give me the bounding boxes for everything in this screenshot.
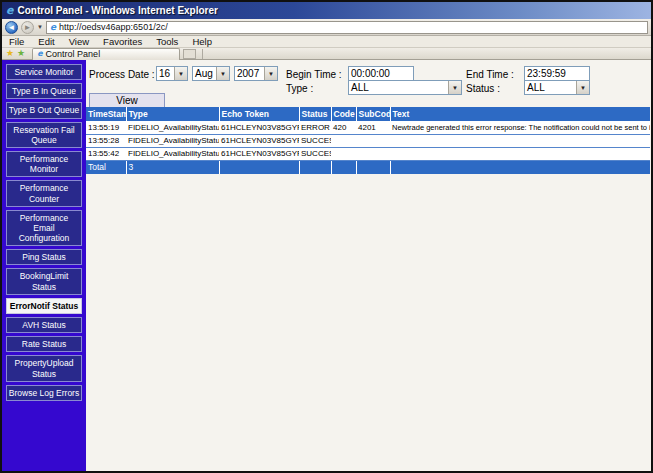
begin-time-label: Begin Time : xyxy=(286,69,342,80)
menu-file[interactable]: File xyxy=(2,36,31,47)
date-year-select[interactable]: 2007 ▼ xyxy=(234,66,278,81)
chevron-down-icon: ▼ xyxy=(174,67,187,80)
menu-view[interactable]: View xyxy=(62,36,96,47)
cell-type: FIDELIO_AvailabilityStatusRQ xyxy=(126,121,219,134)
cell-timestamp: 13:55:42 xyxy=(86,147,126,160)
cell-echo-token: 61HCLEYN03V85GYRSNOS xyxy=(219,147,299,160)
chevron-down-icon: ▼ xyxy=(216,67,229,80)
address-bar: ◄ ► ▼ e http://oedsv46app:6501/2c/ xyxy=(2,19,651,36)
cell-status: SUCCESS xyxy=(299,147,331,160)
status-label: Status : xyxy=(466,83,500,94)
cell-subcode xyxy=(356,134,390,147)
cell-echo-token: 61HCLEYN03V85GYRSNOS xyxy=(219,134,299,147)
back-icon[interactable]: ◄ xyxy=(5,21,18,34)
tab-bar: ★ ★ e Control Panel xyxy=(2,48,651,60)
col-header-type: Type xyxy=(126,107,219,121)
col-header-text: Text xyxy=(390,107,650,121)
sidebar: Service Monitor Type B In Queue Type B O… xyxy=(2,60,86,471)
tab-favicon: e xyxy=(37,50,42,58)
col-header-timestamp: TimeStamp xyxy=(86,107,126,121)
cell-type: FIDELIO_AvailabilityStatusRQ xyxy=(126,134,219,147)
end-time-input[interactable]: 23:59:59 xyxy=(524,66,590,81)
sidebar-item-performance-monitor[interactable]: Performance Monitor xyxy=(6,151,82,177)
sidebar-item-performance-counter[interactable]: Performance Counter xyxy=(6,180,82,206)
tab-label: Control Panel xyxy=(46,49,101,59)
menu-tools[interactable]: Tools xyxy=(149,36,185,47)
cell-text xyxy=(390,134,650,147)
cell-text xyxy=(390,147,650,160)
cell-code xyxy=(331,134,356,147)
col-header-status: Status xyxy=(299,107,331,121)
menu-edit[interactable]: Edit xyxy=(31,36,61,47)
sidebar-item-errornotif-status[interactable]: ErrorNotif Status xyxy=(6,298,82,314)
cell-status: ERROR xyxy=(299,121,331,134)
chevron-down-icon: ▼ xyxy=(576,81,589,94)
table-row: 13:55:19 FIDELIO_AvailabilityStatusRQ 61… xyxy=(86,121,650,134)
total-label: Total xyxy=(86,160,126,174)
total-value: 3 xyxy=(126,160,219,174)
browser-window: e Control Panel - Windows Internet Explo… xyxy=(0,0,653,473)
sidebar-item-performance-email-configuration[interactable]: Performance Email Configuration xyxy=(6,210,82,247)
url-input[interactable]: e http://oedsv46app:6501/2c/ xyxy=(46,21,648,34)
type-label: Type : xyxy=(286,83,313,94)
col-header-echo-token: Echo Token xyxy=(219,107,299,121)
tab-control-panel[interactable]: e Control Panel xyxy=(32,48,180,60)
cell-code xyxy=(331,147,356,160)
sidebar-item-avh-status[interactable]: AVH Status xyxy=(6,317,82,333)
type-select[interactable]: ALL ▼ xyxy=(348,80,462,95)
col-header-subcode: SubCode xyxy=(356,107,390,121)
sidebar-item-service-monitor[interactable]: Service Monitor xyxy=(6,64,82,80)
main-panel: Process Date : 16 ▼ Aug ▼ 2007 ▼ Begin T… xyxy=(86,60,651,471)
add-favorite-icon[interactable]: ★ xyxy=(17,49,25,58)
cell-type: FIDELIO_AvailabilityStatusRQ xyxy=(126,147,219,160)
menu-favorites[interactable]: Favorites xyxy=(96,36,149,47)
sidebar-item-propertyupload-status[interactable]: PropertyUpload Status xyxy=(6,355,82,381)
new-tab-stub[interactable] xyxy=(183,49,196,59)
url-text: http://oedsv46app:6501/2c/ xyxy=(59,22,168,32)
table-header-row: TimeStamp Type Echo Token Status Code Su… xyxy=(86,107,650,121)
menu-help[interactable]: Help xyxy=(185,36,219,47)
date-day-select[interactable]: 16 ▼ xyxy=(156,66,188,81)
table-row: 13:55:42 FIDELIO_AvailabilityStatusRQ 61… xyxy=(86,147,650,160)
cell-text: Newtrade generated this error response: … xyxy=(390,121,650,134)
cell-subcode xyxy=(356,147,390,160)
cell-status: SUCCESS xyxy=(299,134,331,147)
favorites-star-icon[interactable]: ★ xyxy=(6,49,14,58)
page-icon: e xyxy=(50,23,56,32)
cell-code: 420 xyxy=(331,121,356,134)
menu-bar: File Edit View Favorites Tools Help xyxy=(2,36,651,48)
date-month-select[interactable]: Aug ▼ xyxy=(192,66,230,81)
window-title: Control Panel - Windows Internet Explore… xyxy=(17,5,217,16)
chevron-down-icon: ▼ xyxy=(264,67,277,80)
sidebar-item-type-b-out-queue[interactable]: Type B Out Queue xyxy=(6,102,82,118)
sidebar-item-type-b-in-queue[interactable]: Type B In Queue xyxy=(6,83,82,99)
table-row: 13:55:28 FIDELIO_AvailabilityStatusRQ 61… xyxy=(86,134,650,147)
cell-subcode: 4201 xyxy=(356,121,390,134)
results-table: TimeStamp Type Echo Token Status Code Su… xyxy=(86,107,650,174)
begin-time-input[interactable]: 00:00:00 xyxy=(348,66,414,81)
cell-timestamp: 13:55:19 xyxy=(86,121,126,134)
history-dropdown-icon[interactable]: ▼ xyxy=(37,24,43,30)
sidebar-item-reservation-fail-queue[interactable]: Reservation Fail Queue xyxy=(6,122,82,148)
page-content: Service Monitor Type B In Queue Type B O… xyxy=(2,60,651,471)
view-button[interactable]: View xyxy=(89,93,165,108)
chevron-down-icon: ▼ xyxy=(448,81,461,94)
sidebar-item-browse-log-errors[interactable]: Browse Log Errors xyxy=(6,385,82,401)
cell-echo-token: 61HCLEYN03V85GYRSNOS xyxy=(219,121,299,134)
col-header-code: Code xyxy=(331,107,356,121)
sidebar-item-rate-status[interactable]: Rate Status xyxy=(6,336,82,352)
table-total-row: Total 3 xyxy=(86,160,650,174)
process-date-label: Process Date : xyxy=(89,69,155,80)
sidebar-item-bookinglimit-status[interactable]: BookingLimit Status xyxy=(6,268,82,294)
status-select[interactable]: ALL ▼ xyxy=(524,80,590,95)
ie-logo-icon: e xyxy=(6,5,13,16)
title-bar: e Control Panel - Windows Internet Explo… xyxy=(2,2,651,19)
end-time-label: End Time : xyxy=(466,69,514,80)
sidebar-item-ping-status[interactable]: Ping Status xyxy=(6,249,82,265)
forward-icon[interactable]: ► xyxy=(21,21,34,34)
tab-separator xyxy=(202,49,203,59)
cell-timestamp: 13:55:28 xyxy=(86,134,126,147)
